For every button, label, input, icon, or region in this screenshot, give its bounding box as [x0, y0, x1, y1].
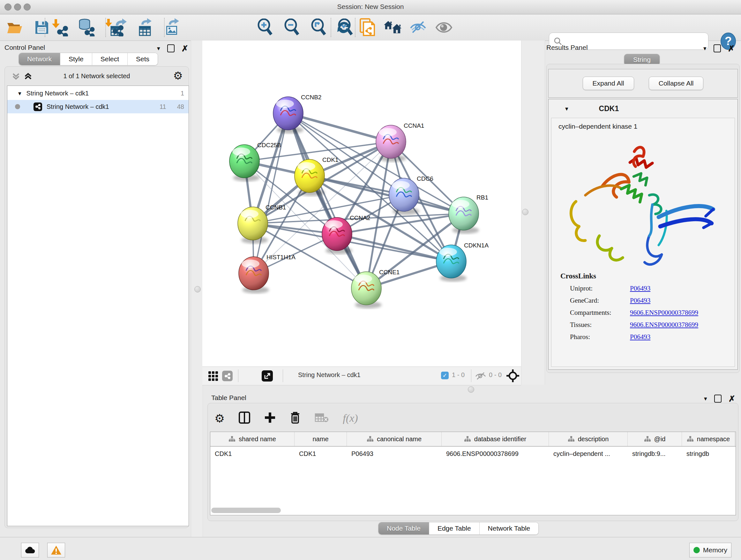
tab-sets[interactable]: Sets	[128, 53, 158, 65]
tab-style[interactable]: Style	[60, 53, 92, 65]
cloud-button[interactable]	[21, 543, 39, 557]
crosslink-value-link[interactable]: P06493	[630, 333, 650, 341]
network-node-CCNB2[interactable]: CCNB2	[273, 94, 321, 133]
crosslink-row: Tissues:9606.ENSP00000378699	[570, 321, 735, 329]
crosslink-value-link[interactable]: P06493	[630, 297, 650, 305]
delete-column-icon[interactable]	[290, 411, 300, 425]
network-status-dot	[15, 104, 20, 109]
column-header-database-identifier[interactable]: database identifier	[442, 432, 549, 446]
crosslink-value-link[interactable]: 9606.ENSP00000378699	[630, 321, 698, 329]
network-node-CCNA1[interactable]: CCNA1	[376, 122, 424, 162]
table-horizontal-scrollbar[interactable]	[211, 508, 281, 513]
column-header-canonical-name[interactable]: canonical name	[347, 432, 442, 446]
memory-button[interactable]: Memory	[689, 543, 731, 557]
network-row[interactable]: String Network – cdk1 11 48	[7, 100, 189, 113]
protein-name: CDK1	[599, 105, 619, 113]
table-panel-close-icon[interactable]: ✗	[729, 395, 736, 402]
hidden-eye-icon[interactable]	[475, 372, 486, 381]
function-builder-icon: f(x)	[343, 412, 358, 424]
table-cell[interactable]: P06493	[347, 447, 442, 461]
tab-network[interactable]: Network	[19, 53, 60, 65]
column-header-shared-name[interactable]: shared name	[210, 432, 294, 446]
crosslink-value-link[interactable]: P06493	[630, 285, 650, 293]
import-network-database-icon[interactable]	[77, 18, 96, 37]
table-cell[interactable]: stringdb:9...	[628, 447, 682, 461]
table-header-row: shared namenamecanonical namedatabase id…	[210, 432, 736, 447]
refresh-icon[interactable]	[334, 18, 353, 37]
string-documents-icon[interactable]	[358, 18, 377, 37]
table-panel-menu-icon[interactable]: ▾	[704, 395, 707, 402]
network-collection-row[interactable]: ▾ String Network – cdk1 1	[7, 86, 189, 100]
export-table-icon[interactable]	[137, 18, 155, 37]
birdseye-grid-icon[interactable]	[208, 371, 218, 382]
tab-network-table[interactable]: Network Table	[480, 522, 539, 535]
crosslink-value-link[interactable]: 9606.ENSP00000378699	[630, 309, 698, 317]
network-node-CDKN1A[interactable]: CDKN1A	[436, 242, 488, 282]
table-panel-float-icon[interactable]	[714, 395, 722, 402]
table-panel-title: Table Panel	[211, 394, 246, 401]
open-in-new-icon[interactable]	[262, 370, 273, 381]
save-session-icon[interactable]	[32, 18, 51, 37]
home-pair-icon[interactable]	[384, 18, 402, 37]
collection-disclosure-icon[interactable]: ▾	[18, 90, 21, 97]
selected-checkbox-icon[interactable]: ✓	[441, 372, 449, 379]
tab-node-table[interactable]: Node Table	[379, 522, 429, 535]
string-badge-icon[interactable]	[222, 371, 232, 381]
fit-selected-crosshair-icon[interactable]	[506, 369, 520, 384]
network-selection-status: 1 of 1 Network selected	[5, 72, 189, 80]
memory-label: Memory	[703, 546, 727, 554]
left-splitter-handle[interactable]	[194, 286, 201, 293]
column-header-@id[interactable]: @id	[628, 432, 682, 446]
export-image-icon[interactable]	[163, 18, 182, 37]
control-panel-menu-icon[interactable]: ▾	[157, 45, 160, 52]
show-eye-icon[interactable]	[434, 18, 453, 37]
tab-select[interactable]: Select	[92, 53, 128, 65]
results-panel-close-icon[interactable]: ✗	[728, 45, 735, 52]
show-columns-icon[interactable]	[239, 411, 250, 425]
add-column-icon[interactable]	[264, 412, 276, 425]
results-panel-menu-icon[interactable]: ▾	[703, 45, 706, 52]
network-tree: ▾ String Network – cdk1 1 String Network…	[7, 85, 189, 526]
collapse-all-button[interactable]: Collapse All	[649, 77, 704, 90]
network-options-gear-icon[interactable]: ⚙	[173, 69, 183, 82]
results-panel-float-icon[interactable]	[714, 44, 721, 52]
column-tree-icon	[464, 436, 471, 442]
control-panel-close-icon[interactable]: ✗	[182, 45, 189, 52]
table-row[interactable]: CDK1CDK1P064939606.ENSP00000378699cyclin…	[210, 447, 736, 461]
table-cell[interactable]: cyclin–dependent ...	[549, 447, 628, 461]
table-cell[interactable]: stringdb	[682, 447, 735, 461]
network-node-HIST1H1A[interactable]: HIST1H1A	[239, 254, 295, 294]
table-settings-gear-icon[interactable]: ⚙	[214, 412, 225, 425]
network-node-RB1[interactable]: RB1	[449, 194, 488, 234]
hide-eye-icon[interactable]	[409, 18, 428, 37]
network-node-CCNE1[interactable]: CCNE1	[351, 269, 400, 308]
bottom-splitter-handle[interactable]	[468, 386, 474, 393]
network-edge[interactable]	[254, 113, 288, 273]
column-header-namespace[interactable]: namespace	[682, 432, 735, 446]
table-cell[interactable]: CDK1	[294, 447, 347, 461]
network-node-CCNA2[interactable]: CCNA2	[322, 214, 370, 254]
column-header-name[interactable]: name	[294, 432, 347, 446]
zoom-fit-icon[interactable]	[310, 18, 328, 37]
column-header-description[interactable]: description	[549, 432, 628, 446]
control-panel-float-icon[interactable]	[167, 44, 175, 52]
warnings-button[interactable]	[47, 543, 65, 557]
protein-disclosure-icon[interactable]: ▾	[565, 105, 568, 112]
network-canvas[interactable]: CCNB2CCNA1CDC25BCDK1CDC6RB1CCNB1CCNA2CDK…	[202, 41, 521, 367]
import-network-file-icon[interactable]	[51, 18, 69, 37]
open-session-icon[interactable]	[6, 18, 24, 37]
right-splitter-handle[interactable]	[522, 209, 529, 215]
network-edge[interactable]	[288, 113, 366, 288]
node-table[interactable]: shared namenamecanonical namedatabase id…	[210, 432, 736, 515]
network-node-CDC6[interactable]: CDC6	[389, 175, 433, 215]
table-cell[interactable]: 9606.ENSP00000378699	[442, 447, 549, 461]
zoom-in-icon[interactable]	[256, 18, 274, 37]
column-tree-icon	[644, 436, 651, 442]
export-network-icon[interactable]	[110, 18, 128, 37]
expand-all-button[interactable]: Expand All	[583, 77, 634, 90]
table-cell[interactable]: CDK1	[210, 447, 294, 461]
zoom-out-icon[interactable]	[283, 18, 301, 37]
tab-edge-table[interactable]: Edge Table	[429, 522, 480, 535]
main-toolbar: ?	[0, 14, 741, 41]
crosslink-label: Tissues:	[570, 321, 630, 329]
